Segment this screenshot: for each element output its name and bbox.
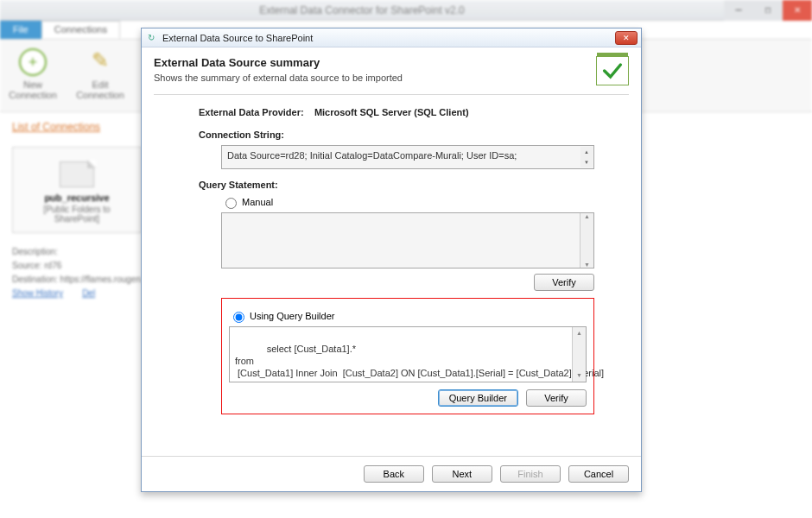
wizard-dialog: ↻ External Data Source to SharePoint ✕ E… [141,28,642,492]
radio-manual[interactable]: Manual [221,195,594,209]
back-button[interactable]: Back [364,465,424,483]
ribbon-edit-connection[interactable]: Edit Connection [74,45,126,106]
spinner-icon[interactable]: ▲▼ [580,147,593,167]
scrollbar[interactable]: ▲▼ [580,213,593,268]
query-statement-label: Query Statement: [199,180,594,190]
tab-connections[interactable]: Connections [41,21,120,39]
connection-string-label: Connection String: [199,130,594,140]
summary-title: External Data Source summary [154,56,596,69]
connection-string-value: Data Source=rd28; Initial Catalog=DataCo… [227,150,517,161]
next-button[interactable]: Next [432,465,492,483]
checkmark-calendar-icon [596,56,629,85]
query-builder-highlight-frame: Using Query Builder select [Cust_Data1].… [221,298,594,414]
verify-manual-button[interactable]: Verify [534,274,594,291]
provider-row: External Data Provider: Microsoft SQL Se… [199,107,594,117]
tab-file[interactable]: File [0,21,41,39]
window-minimize[interactable]: ─ [724,0,753,21]
app-titlebar: External Data Connector for SharePoint v… [0,0,812,21]
card-title: pub_recursive [22,193,132,203]
provider-value: Microsoft SQL Server (SQL Client) [314,107,469,117]
envelope-icon [60,161,94,187]
provider-label: External Data Provider: [199,107,304,117]
connection-string-box: Data Source=rd28; Initial Catalog=DataCo… [221,145,594,169]
window-maximize[interactable]: □ [753,0,783,21]
cancel-button[interactable]: Cancel [568,465,629,483]
separator [154,94,629,95]
refresh-icon: ↻ [145,32,157,44]
dialog-close-button[interactable]: ✕ [615,31,638,45]
scrollbar[interactable]: ▲▼ [572,327,586,382]
list-of-connections-link[interactable]: List of Connections [12,121,100,133]
manual-query-textarea[interactable]: ▲▼ [221,212,594,268]
query-builder-button[interactable]: Query Builder [438,389,518,407]
summary-header: External Data Source summary Shows the s… [154,56,629,85]
radio-query-builder-input[interactable] [233,312,244,323]
edit-icon [86,48,114,76]
dialog-titlebar[interactable]: ↻ External Data Source to SharePoint ✕ [142,28,641,47]
finish-button: Finish [500,465,561,483]
dialog-footer: Back Next Finish Cancel [142,456,641,491]
generated-query-textarea[interactable]: select [Cust_Data1].* from [Cust_Data1] … [229,326,587,382]
add-icon [19,48,47,76]
connection-card[interactable]: pub_recursive [Public Folders to SharePo… [12,147,142,233]
card-subtitle: [Public Folders to SharePoint] [22,205,132,224]
summary-subtitle: Shows the summary of external data sourc… [154,73,596,83]
show-history-link[interactable]: Show History [12,288,63,298]
ribbon-new-connection[interactable]: New Connection [7,45,59,106]
radio-query-builder[interactable]: Using Query Builder [229,309,587,323]
verify-builder-button[interactable]: Verify [526,389,587,407]
form-fieldset: External Data Provider: Microsoft SQL Se… [154,107,629,414]
window-close[interactable]: ✕ [783,0,812,21]
app-title: External Data Connector for SharePoint v… [0,4,724,16]
generated-query-text: select [Cust_Data1].* from [Cust_Data1] … [235,344,604,378]
delete-link[interactable]: Del [82,288,95,298]
radio-manual-input[interactable] [225,198,237,209]
dialog-body: External Data Source summary Shows the s… [142,47,641,456]
dialog-title: External Data Source to SharePoint [162,33,615,43]
